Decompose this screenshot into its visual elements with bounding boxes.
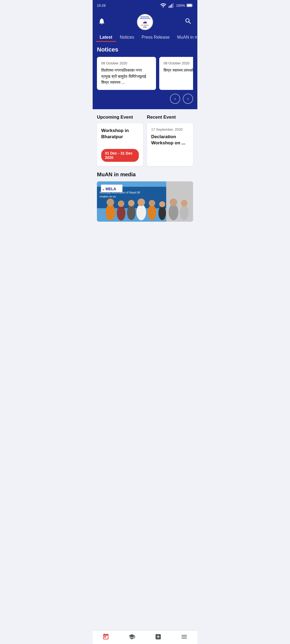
status-time: 15:28 bbox=[97, 3, 106, 8]
svg-point-15 bbox=[127, 205, 136, 220]
nav-tabs: Latest Notices Press Release MuAN in med bbox=[93, 32, 197, 42]
search-icon[interactable] bbox=[184, 17, 192, 27]
svg-rect-0 bbox=[169, 6, 169, 8]
recent-event-name: Declaration Workshop on ... bbox=[151, 134, 189, 147]
svg-point-17 bbox=[136, 204, 146, 220]
app-header: MUNICIPAL ASSOCIATION ⛰ OF NEPAL 2050 bbox=[93, 11, 197, 32]
svg-rect-2 bbox=[171, 4, 172, 8]
notice-card-1[interactable]: 08 October 2020 तिलोत्तमा नगरपालिकाका नग… bbox=[97, 57, 156, 90]
svg-point-22 bbox=[159, 201, 165, 207]
svg-point-19 bbox=[148, 205, 156, 220]
media-image[interactable]: Municipal Association of Nepal (M rmatio… bbox=[97, 181, 193, 222]
tab-press-release[interactable]: Press Release bbox=[138, 32, 173, 42]
svg-point-14 bbox=[118, 200, 124, 207]
notices-prev-button[interactable]: ‹ bbox=[170, 94, 180, 104]
svg-point-24 bbox=[170, 199, 177, 206]
svg-point-20 bbox=[149, 200, 155, 206]
svg-rect-5 bbox=[187, 5, 192, 6]
svg-point-21 bbox=[158, 206, 166, 220]
svg-point-16 bbox=[128, 200, 135, 206]
upcoming-event-name: Workshop in Bharatpur bbox=[101, 127, 139, 140]
notice-text-2: शिघ्र स्वास्थ्य लाभको bbox=[164, 67, 193, 74]
svg-point-13 bbox=[117, 206, 125, 221]
notices-navigation: ‹ › bbox=[97, 94, 193, 104]
svg-point-26 bbox=[181, 200, 187, 206]
svg-text:rmation  on  yo: rmation on yo bbox=[100, 195, 116, 198]
svg-point-11 bbox=[106, 204, 115, 220]
notices-section: Notices 08 October 2020 तिलोत्तमा नगरपाल… bbox=[93, 42, 197, 109]
notice-date-2: 08 October 2020 bbox=[164, 61, 193, 65]
recent-event-date: 17 September, 2020 bbox=[151, 127, 189, 131]
notification-icon[interactable] bbox=[98, 17, 106, 27]
svg-rect-1 bbox=[170, 5, 171, 8]
signal-icon bbox=[168, 2, 175, 9]
battery-percent: 100% bbox=[176, 3, 185, 8]
media-section: MuAN in media Municipal Association of N… bbox=[93, 171, 197, 227]
notice-date-1: 08 October 2020 bbox=[101, 61, 152, 65]
status-right: 100% bbox=[160, 2, 193, 9]
svg-point-25 bbox=[180, 205, 189, 220]
notices-next-button[interactable]: › bbox=[183, 94, 193, 104]
recent-event-col: Recent Event 17 September, 2020 Declarat… bbox=[147, 115, 193, 166]
notices-cards: 08 October 2020 तिलोत्तमा नगरपालिकाका नग… bbox=[97, 57, 193, 90]
tab-muan-in-media[interactable]: MuAN in med bbox=[173, 32, 197, 42]
recent-event-title: Recent Event bbox=[147, 115, 193, 120]
notice-text-1: तिलोत्तमा नगरपालिकाका नगर प्रमुख श्री बा… bbox=[101, 67, 152, 86]
upcoming-event-title: Upcoming Event bbox=[97, 115, 143, 120]
battery-icon bbox=[187, 3, 193, 7]
tab-notices[interactable]: Notices bbox=[116, 32, 138, 42]
svg-rect-3 bbox=[173, 3, 173, 8]
tab-latest[interactable]: Latest bbox=[96, 32, 116, 42]
svg-point-18 bbox=[137, 199, 145, 206]
svg-point-12 bbox=[107, 199, 114, 206]
media-section-title: MuAN in media bbox=[97, 171, 193, 178]
notices-title: Notices bbox=[97, 46, 193, 53]
svg-text:MELA: MELA bbox=[106, 187, 116, 191]
upcoming-event-card[interactable]: Workshop in Bharatpur 01 Dec - 31 Dec 20… bbox=[97, 123, 143, 166]
status-bar: 15:28 100% bbox=[93, 0, 197, 11]
recent-event-card[interactable]: 17 September, 2020 Declaration Workshop … bbox=[147, 123, 193, 166]
notice-card-2[interactable]: 08 October 2020 शिघ्र स्वास्थ्य लाभको bbox=[159, 57, 193, 90]
wifi-icon bbox=[160, 2, 166, 9]
upcoming-event-date: 01 Dec - 31 Dec 2020 bbox=[101, 149, 139, 162]
app-logo[interactable]: MUNICIPAL ASSOCIATION ⛰ OF NEPAL 2050 bbox=[137, 14, 153, 30]
upcoming-event-col: Upcoming Event Workshop in Bharatpur 01 … bbox=[97, 115, 143, 166]
svg-point-23 bbox=[169, 204, 178, 220]
events-section: Upcoming Event Workshop in Bharatpur 01 … bbox=[93, 109, 197, 171]
media-photo: Municipal Association of Nepal (M rmatio… bbox=[97, 181, 193, 222]
